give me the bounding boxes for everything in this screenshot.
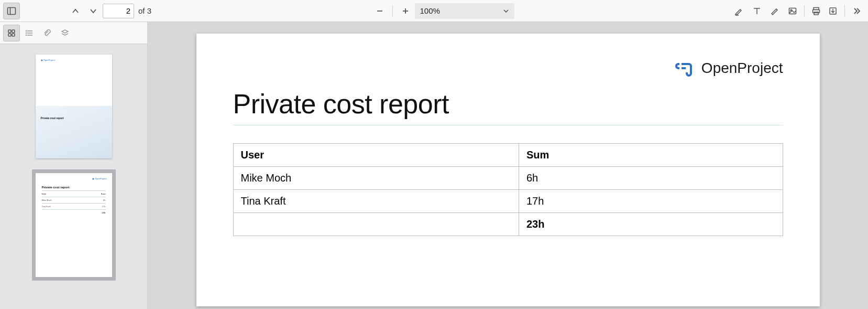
- chevron-down-icon: [503, 8, 509, 14]
- download-button[interactable]: [825, 3, 841, 19]
- sidebar-tools: [0, 22, 147, 44]
- openproject-logo-icon: [675, 60, 696, 77]
- workspace: ▣ OpenProject Private cost report ▣ Open…: [0, 22, 868, 309]
- svg-rect-10: [814, 7, 819, 9]
- svg-rect-27: [682, 67, 686, 69]
- thumb1-title: Private cost report: [41, 116, 64, 120]
- svg-rect-18: [12, 34, 15, 36]
- table-header-row: User Sum: [233, 144, 783, 167]
- cell-empty: [233, 213, 519, 236]
- separator: [844, 5, 845, 17]
- svg-rect-0: [8, 7, 16, 14]
- insert-image-button[interactable]: [784, 3, 801, 19]
- cell-sum: 17h: [519, 190, 783, 213]
- svg-point-23: [26, 33, 27, 33]
- title-rule: [233, 125, 783, 125]
- separator: [392, 5, 393, 17]
- svg-rect-13: [830, 8, 836, 14]
- svg-marker-25: [62, 30, 68, 33]
- svg-rect-16: [12, 30, 15, 33]
- thumbnail-page-2[interactable]: ▣ OpenProject Private cost report UserSu…: [36, 173, 112, 277]
- zoom-in-button[interactable]: [397, 3, 414, 19]
- next-page-button[interactable]: [85, 3, 102, 19]
- toggle-sidebar-button[interactable]: [3, 3, 20, 19]
- annotate-group: [731, 3, 801, 19]
- page-total-label: of 3: [138, 6, 151, 15]
- svg-point-24: [26, 35, 27, 35]
- svg-point-9: [790, 9, 792, 11]
- print-button[interactable]: [808, 3, 825, 19]
- zoom-group: 100%: [371, 3, 514, 19]
- svg-rect-15: [8, 30, 11, 33]
- cell-user: Mike Moch: [233, 167, 519, 190]
- svg-point-22: [26, 30, 27, 31]
- zoom-select[interactable]: 100%: [415, 3, 514, 19]
- col-header-sum: Sum: [519, 144, 783, 167]
- sidebar: ▣ OpenProject Private cost report ▣ Open…: [0, 22, 148, 309]
- prev-page-button[interactable]: [67, 3, 84, 19]
- table-total-row: 23h: [233, 213, 783, 236]
- text-annotation-button[interactable]: [749, 3, 765, 19]
- separator: [804, 5, 805, 17]
- brand-name: OpenProject: [701, 60, 783, 77]
- openproject-logo-icon: ▣ OpenProject: [92, 177, 106, 180]
- report-title: Private cost report: [233, 88, 783, 120]
- more-tools-button[interactable]: [848, 3, 865, 19]
- page-nav-group: of 3: [67, 3, 155, 19]
- col-header-user: User: [233, 144, 519, 167]
- outline-view-button[interactable]: [21, 25, 38, 41]
- cell-user: Tina Kraft: [233, 190, 519, 213]
- attachments-view-button[interactable]: [39, 25, 56, 41]
- svg-rect-26: [682, 63, 686, 65]
- document-viewer[interactable]: OpenProject Private cost report User Sum…: [148, 22, 868, 309]
- thumbnail-page-1[interactable]: ▣ OpenProject Private cost report: [36, 55, 112, 158]
- svg-rect-8: [789, 8, 796, 14]
- thumbnails-view-button[interactable]: [3, 25, 20, 41]
- svg-rect-12: [814, 12, 818, 15]
- cell-total: 23h: [519, 213, 783, 236]
- svg-rect-17: [8, 34, 11, 36]
- pdf-page: OpenProject Private cost report User Sum…: [196, 34, 820, 306]
- thumb2-title: Private cost report: [42, 186, 106, 189]
- highlight-button[interactable]: [731, 3, 748, 19]
- cell-sum: 6h: [519, 167, 783, 190]
- thumbnail-list: ▣ OpenProject Private cost report ▣ Open…: [0, 44, 147, 309]
- zoom-out-button[interactable]: [371, 3, 388, 19]
- pdf-toolbar: of 3 100%: [0, 0, 868, 22]
- report-table: User Sum Mike Moch 6h Tina Kraft 17h: [233, 143, 783, 236]
- openproject-logo-icon: ▣ OpenProject: [41, 59, 55, 61]
- table-row: Mike Moch 6h: [233, 167, 783, 190]
- brand-logo: OpenProject: [675, 60, 783, 77]
- page-number-input[interactable]: [103, 4, 134, 18]
- zoom-value-label: 100%: [420, 6, 440, 15]
- layers-view-button[interactable]: [57, 25, 73, 41]
- svg-rect-11: [813, 9, 820, 13]
- table-row: Tina Kraft 17h: [233, 190, 783, 213]
- draw-button[interactable]: [766, 3, 783, 19]
